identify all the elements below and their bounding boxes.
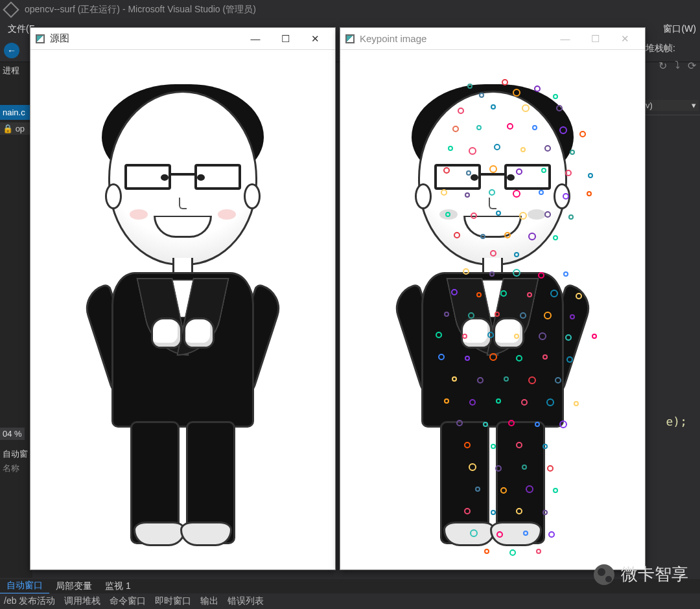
keypoint-circle (521, 399, 528, 406)
keypoint-circle (452, 376, 457, 382)
keypoint-circle (509, 549, 516, 556)
keypoint-circle (448, 146, 453, 151)
auto-panel: 自动窗 名称 (0, 447, 32, 476)
cv-window-keypoint: Keypoint image — ☐ ✕ (340, 27, 646, 570)
source-image (86, 91, 280, 569)
keypoint-circle (445, 212, 450, 217)
combo-dropdown[interactable]: v)▾ (643, 100, 699, 111)
keypoint-circle (443, 167, 450, 174)
keypoint-circle (469, 463, 476, 471)
status-output[interactable]: 输出 (200, 595, 218, 607)
keypoint-circle (547, 465, 554, 472)
keypoint-circle (559, 420, 567, 428)
auto-panel-col-name: 名称 (0, 461, 32, 476)
cv-body-source (30, 50, 335, 569)
keypoint-circle (469, 399, 476, 406)
cv-title-keypoint: Keypoint image (360, 33, 426, 44)
status-errorlist[interactable]: 错误列表 (228, 595, 264, 607)
keypoint-circle (456, 420, 463, 426)
keypoint-circle (532, 125, 537, 130)
keypoint-circle (476, 292, 482, 297)
keypoint-circle (513, 190, 520, 198)
cv-titlebar-source[interactable]: 源图 — ☐ ✕ (30, 28, 335, 50)
keypoint-circle (465, 356, 470, 361)
auto-panel-title: 自动窗 (0, 447, 32, 461)
wechat-icon (594, 564, 614, 585)
keypoint-circle (528, 376, 536, 384)
opencv-icon (36, 34, 45, 43)
keypoint-circle (566, 356, 573, 363)
keypoint-circle (507, 123, 513, 130)
cv-titlebar-keypoint[interactable]: Keypoint image — ☐ ✕ (340, 28, 645, 50)
keypoint-circle (500, 290, 507, 297)
close-button[interactable]: ✕ (610, 28, 640, 50)
keypoint-circle (487, 332, 494, 338)
keypoint-circle (496, 398, 501, 404)
status-callstack[interactable]: 调用堆栈 (64, 595, 100, 607)
keypoint-circle (541, 168, 546, 173)
keypoint-circle (479, 93, 484, 98)
keypoint-circle (489, 189, 495, 196)
keypoint-circle (504, 376, 509, 382)
keypoint-circle (522, 465, 527, 470)
zoom-level[interactable]: 04 % (0, 428, 25, 440)
keypoint-circle (539, 332, 546, 340)
keypoint-circle (535, 422, 540, 427)
keypoint-circle (553, 94, 558, 99)
status-web-publish[interactable]: /eb 发布活动 (4, 595, 55, 607)
nav-back-button[interactable]: ← (4, 43, 19, 58)
keypoint-circle (504, 232, 511, 238)
keypoint-circle (519, 212, 527, 220)
status-command[interactable]: 命令窗口 (110, 595, 146, 607)
code-snippet: e); (666, 415, 687, 428)
keypoint-circle (495, 312, 500, 317)
tab-watch1[interactable]: 监视 1 (99, 579, 137, 593)
menu-window[interactable]: 窗口(W) (659, 22, 700, 36)
keypoint-circle (480, 234, 485, 239)
cv-body-keypoint (340, 50, 645, 569)
keypoint-circle (574, 401, 579, 406)
file-tab-main[interactable]: nain.c (0, 105, 32, 120)
keypoint-circle (508, 420, 515, 426)
keypoint-circle (514, 252, 519, 257)
keypoint-circle (568, 214, 574, 220)
minimize-button[interactable]: — (550, 28, 580, 50)
stackframe-label: 堆栈帧: (642, 39, 700, 58)
keypoint-circle (579, 131, 586, 137)
right-panel: 堆栈帧: v)▾ e); (642, 39, 700, 119)
keypoint-circle (470, 529, 478, 537)
keypoint-circle (563, 271, 568, 277)
keypoint-circle (464, 508, 471, 514)
keypoint-circle (490, 250, 496, 257)
file-tab-op[interactable]: 🔒 op (0, 122, 32, 135)
keypoint-circle (544, 145, 551, 152)
keypoint-circle (491, 444, 496, 449)
divider (642, 115, 700, 115)
keypoint-circle (469, 147, 476, 155)
keypoint-circle (516, 168, 522, 175)
keypoint-circle (444, 312, 449, 317)
keypoint-circle (539, 190, 544, 195)
maximize-button[interactable]: ☐ (580, 28, 610, 50)
keypoint-image (395, 91, 590, 569)
tab-locals[interactable]: 局部变量 (49, 579, 99, 593)
status-immediate[interactable]: 即时窗口 (155, 595, 191, 607)
keypoint-circle (496, 531, 503, 538)
keypoint-circle (436, 332, 442, 338)
chevron-down-icon: ▾ (692, 100, 696, 110)
keypoint-circle (489, 353, 497, 361)
minimize-button[interactable]: — (240, 28, 270, 50)
close-button[interactable]: ✕ (300, 28, 330, 50)
vs-logo-icon (3, 1, 19, 17)
maximize-button[interactable]: ☐ (270, 28, 300, 50)
watermark-text: 微卡智享 (621, 563, 688, 586)
keypoint-circle (520, 312, 526, 319)
tab-autos[interactable]: 自动窗口 (0, 579, 49, 594)
keypoint-circle (565, 334, 572, 341)
keypoint-circle (489, 271, 495, 277)
keypoint-circle (471, 213, 477, 219)
opencv-icon (345, 34, 355, 43)
keypoint-circle (536, 549, 541, 554)
keypoint-circle (588, 173, 593, 178)
keypoint-circle (570, 314, 575, 319)
